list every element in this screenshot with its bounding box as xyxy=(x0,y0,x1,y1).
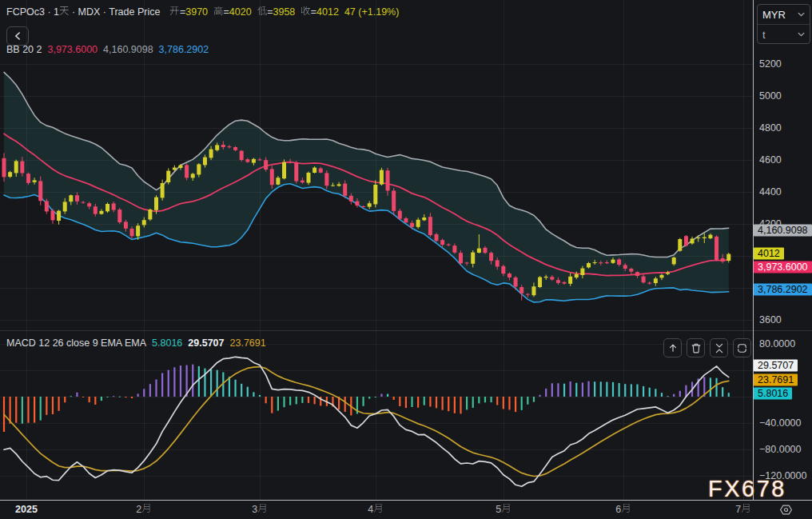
cjk-glyph xyxy=(373,504,384,514)
axis-value-label: 4,160.9098 xyxy=(754,225,812,237)
cjk-glyph xyxy=(257,6,268,17)
macd-tick: −40.0000 xyxy=(759,417,801,429)
time-tick[interactable]: 6 xyxy=(615,504,631,515)
ohlc-open-value: 3970 xyxy=(185,6,208,18)
cjk-glyph xyxy=(301,6,311,17)
cjk-glyph xyxy=(621,504,631,514)
cjk-glyph xyxy=(213,6,224,17)
cjk-glyph xyxy=(169,6,180,17)
fx678-watermark: FX678 xyxy=(708,476,786,502)
axis-value-label: 5.8016 xyxy=(754,388,792,400)
symbol-legend: FCPOc3 · 1 · MDX · Trade Price =3970 =40… xyxy=(6,6,399,18)
symbol-title[interactable]: FCPOc3 · 1 · MDX · Trade Price xyxy=(6,6,160,18)
chart-canvas[interactable] xyxy=(0,0,812,519)
bb-title[interactable]: BB 20 2 xyxy=(6,44,42,55)
price-tick: 4400 xyxy=(759,186,782,198)
time-tick[interactable]: 7 xyxy=(735,504,750,515)
axis-value-label: 3,973.6000 xyxy=(754,261,812,273)
time-tick[interactable]: 3 xyxy=(252,504,267,515)
change-value: 47 (+1.19%) xyxy=(344,6,399,18)
unit-dropdown[interactable]: t xyxy=(758,25,810,44)
time-tick[interactable]: 5 xyxy=(496,504,511,515)
unit-label: t xyxy=(762,29,766,41)
ohlc-open-label: = xyxy=(169,6,185,18)
bb-lower-value: 3,786.2902 xyxy=(159,44,209,55)
cjk-glyph xyxy=(501,504,511,514)
bb-legend: BB 20 2 3,973.6000 4,160.9098 3,786.2902 xyxy=(6,44,209,55)
ohlc-low-label: = xyxy=(257,6,273,18)
back-button[interactable] xyxy=(6,26,29,46)
macd-tick: −80.0000 xyxy=(759,444,801,455)
ohlc-close-value: 4012 xyxy=(316,6,339,18)
time-axis-settings[interactable] xyxy=(779,503,793,519)
axis-value-label: 4012 xyxy=(754,248,784,260)
macd-hist-value: 5.8016 xyxy=(152,337,182,349)
ohlc-close-label: = xyxy=(301,6,316,18)
bb-upper-value: 4,160.9098 xyxy=(103,44,153,55)
chevron-down-icon xyxy=(798,32,805,37)
price-tick: 5000 xyxy=(759,90,782,102)
collapse-pane-button[interactable] xyxy=(710,338,728,357)
bb-basis-value: 3,973.6000 xyxy=(47,44,98,55)
ohlc-low-value: 3958 xyxy=(273,6,295,18)
arrow-up-icon xyxy=(668,343,678,353)
move-pane-up-button[interactable] xyxy=(663,338,682,357)
cjk-glyph xyxy=(257,504,268,514)
price-tick: 3600 xyxy=(759,314,782,325)
cjk-glyph xyxy=(59,6,70,17)
macd-tick: 80.0000 xyxy=(759,338,795,349)
currency-label: MYR xyxy=(762,9,786,21)
macd-signal-value: 23.7691 xyxy=(230,337,266,349)
macd-title[interactable]: MACD 12 26 close 9 EMA EMA xyxy=(6,337,146,349)
axis-value-label: 3,786.2902 xyxy=(754,284,812,296)
delete-pane-button[interactable] xyxy=(687,338,705,357)
maximize-pane-button[interactable] xyxy=(733,338,751,357)
time-tick[interactable]: 2 xyxy=(136,504,151,515)
chevron-left-icon xyxy=(14,32,21,40)
currency-dropdown[interactable]: MYR xyxy=(758,5,810,24)
time-tick[interactable]: 4 xyxy=(368,504,383,515)
cjk-glyph xyxy=(741,504,751,514)
currency-unit-selector: MYR t xyxy=(757,4,810,44)
maximize-icon xyxy=(737,343,747,353)
ohlc-high-label: = xyxy=(213,6,229,18)
macd-line-value: 29.5707 xyxy=(188,337,224,349)
time-tick[interactable]: 2025 xyxy=(15,504,38,515)
ohlc-high-value: 4020 xyxy=(229,6,252,18)
price-tick: 4800 xyxy=(759,122,782,134)
trading-chart-app: FCPOc3 · 1 · MDX · Trade Price =3970 =40… xyxy=(0,0,812,519)
price-tick: 4600 xyxy=(759,154,782,166)
price-tick: 5200 xyxy=(759,58,782,70)
trash-icon xyxy=(691,343,701,353)
axis-value-label: 29.5707 xyxy=(754,360,798,372)
hexagon-settings-icon xyxy=(779,503,793,517)
macd-pane-toolbar xyxy=(663,338,751,357)
collapse-icon xyxy=(714,343,724,353)
cjk-glyph xyxy=(141,504,152,514)
chevron-down-icon xyxy=(798,12,805,17)
macd-legend: MACD 12 26 close 9 EMA EMA 5.8016 29.570… xyxy=(6,337,266,349)
axis-value-label: 23.7691 xyxy=(754,374,798,386)
